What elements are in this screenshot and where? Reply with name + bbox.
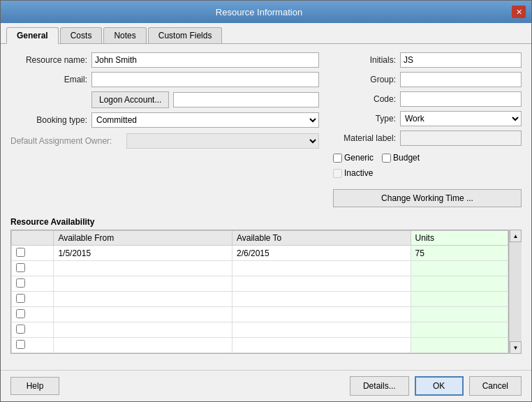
title-bar: Resource Information ✕ — [1, 1, 531, 23]
row-units-cell — [411, 261, 508, 276]
form-area: Resource name: Email: Logon Account... B… — [10, 52, 522, 207]
right-form: Initials: Group: Code: Type: Work — [333, 52, 522, 207]
inactive-checkbox-label[interactable]: Inactive — [333, 168, 373, 178]
row-to-cell — [232, 261, 411, 276]
table-row — [12, 307, 508, 322]
tab-costs[interactable]: Costs — [60, 27, 103, 43]
table-container: Available From Available To Units 1/5/20… — [10, 230, 522, 354]
availability-title: Resource Availability — [10, 217, 522, 227]
default-owner-label: Default Assignment Owner: — [10, 136, 122, 146]
row-check-cell — [12, 322, 54, 338]
row-units-cell — [411, 292, 508, 307]
row-units-cell — [411, 307, 508, 322]
resource-name-input[interactable] — [91, 52, 319, 68]
logon-input[interactable] — [173, 92, 319, 107]
group-input[interactable] — [400, 72, 522, 87]
table-row — [12, 261, 508, 276]
booking-type-select[interactable]: Committed Proposed — [91, 112, 319, 128]
availability-section: Resource Availability Available From Ava… — [10, 217, 522, 354]
initials-label: Initials: — [333, 55, 396, 65]
col-header-from: Available From — [54, 231, 232, 246]
row-units-cell — [411, 276, 508, 292]
scroll-up-button[interactable]: ▲ — [510, 230, 522, 242]
code-row: Code: — [333, 91, 522, 107]
type-row: Type: Work Material Cost — [333, 111, 522, 126]
row-checkbox[interactable] — [16, 278, 25, 288]
window-title: Resource Information — [6, 7, 512, 17]
availability-table: Available From Available To Units 1/5/20… — [11, 230, 508, 353]
row-from-cell — [54, 338, 232, 353]
row-check-cell — [12, 246, 54, 261]
type-label: Type: — [333, 114, 396, 124]
ok-button[interactable]: OK — [415, 376, 464, 396]
row-units-cell: 75 — [411, 246, 508, 261]
budget-checkbox[interactable] — [382, 154, 391, 163]
tab-custom-fields[interactable]: Custom Fields — [148, 27, 223, 43]
close-button[interactable]: ✕ — [512, 6, 526, 18]
help-button[interactable]: Help — [10, 377, 59, 395]
row-from-cell — [54, 307, 232, 322]
code-label: Code: — [333, 94, 396, 104]
row-to-cell — [232, 307, 411, 322]
initials-row: Initials: — [333, 52, 522, 68]
footer-right: Details... OK Cancel — [350, 376, 522, 396]
col-header-units: Units — [411, 231, 508, 246]
table-row — [12, 276, 508, 292]
row-check-cell — [12, 292, 54, 307]
row-check-cell — [12, 338, 54, 353]
row-check-cell — [12, 261, 54, 276]
change-working-time-button[interactable]: Change Working Time ... — [333, 189, 522, 207]
generic-checkbox-label[interactable]: Generic — [333, 153, 374, 163]
group-label: Group: — [333, 75, 396, 84]
tabs-bar: General Costs Notes Custom Fields — [1, 23, 531, 44]
row-checkbox[interactable] — [16, 309, 25, 318]
row-to-cell — [232, 276, 411, 292]
row-checkbox[interactable] — [16, 294, 25, 303]
table-row: 1/5/20152/6/201575 — [12, 246, 508, 261]
row-checkbox[interactable] — [16, 340, 25, 349]
col-header-check — [12, 231, 54, 246]
table-row — [12, 292, 508, 307]
row-checkbox[interactable] — [16, 325, 25, 334]
details-button[interactable]: Details... — [350, 376, 409, 396]
budget-checkbox-label[interactable]: Budget — [382, 153, 420, 163]
row-checkbox[interactable] — [16, 248, 25, 257]
material-label-label: Material label: — [333, 133, 396, 143]
tab-notes[interactable]: Notes — [103, 27, 146, 43]
inactive-checkbox[interactable] — [333, 169, 342, 178]
budget-label: Budget — [393, 153, 420, 163]
material-label-row: Material label: — [333, 131, 522, 146]
table-scrollbar: ▲ ▼ — [509, 230, 522, 354]
tab-general[interactable]: General — [6, 27, 59, 44]
row-from-cell: 1/5/2015 — [54, 246, 232, 261]
email-row: Email: — [10, 72, 319, 87]
row-checkbox[interactable] — [16, 263, 25, 272]
material-label-input[interactable] — [400, 131, 522, 146]
row-units-cell — [411, 338, 508, 353]
availability-table-wrapper: Available From Available To Units 1/5/20… — [10, 230, 509, 354]
row-from-cell — [54, 322, 232, 338]
row-to-cell — [232, 292, 411, 307]
initials-input[interactable] — [400, 52, 522, 68]
generic-checkbox[interactable] — [333, 154, 342, 163]
col-header-to: Available To — [232, 231, 411, 246]
default-owner-select[interactable] — [126, 133, 319, 149]
checkboxes-row: Generic Budget — [333, 153, 522, 163]
footer-left: Help — [10, 377, 59, 395]
generic-label: Generic — [344, 153, 374, 163]
email-label: Email: — [10, 75, 87, 84]
default-owner-row: Default Assignment Owner: — [10, 133, 319, 149]
resource-name-label: Resource name: — [10, 55, 87, 65]
inactive-label: Inactive — [344, 168, 373, 178]
row-to-cell — [232, 338, 411, 353]
type-select[interactable]: Work Material Cost — [400, 111, 522, 126]
group-row: Group: — [333, 72, 522, 87]
row-from-cell — [54, 261, 232, 276]
row-from-cell — [54, 292, 232, 307]
email-input[interactable] — [91, 72, 319, 87]
logon-account-button[interactable]: Logon Account... — [91, 91, 169, 108]
scroll-down-button[interactable]: ▼ — [510, 341, 522, 354]
cancel-button[interactable]: Cancel — [469, 376, 522, 396]
code-input[interactable] — [400, 91, 522, 107]
row-to-cell: 2/6/2015 — [232, 246, 411, 261]
